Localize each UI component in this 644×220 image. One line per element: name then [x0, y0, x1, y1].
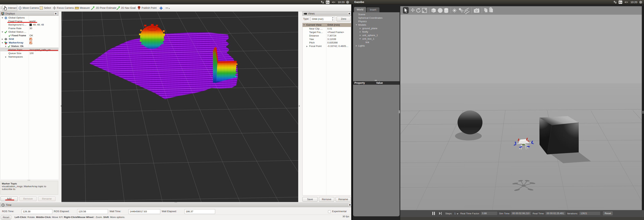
svg-text:10:20: 10:20	[630, 1, 638, 4]
svg-text:En: En	[326, 1, 329, 4]
svg-text:En: En	[619, 1, 622, 4]
svg-text:10:20: 10:20	[338, 1, 345, 4]
